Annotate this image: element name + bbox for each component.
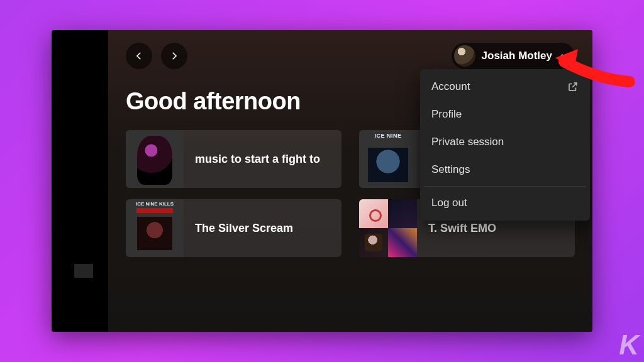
nav-back-button[interactable] — [126, 43, 152, 69]
menu-label: Profile — [431, 108, 462, 121]
menu-account[interactable]: Account — [424, 73, 586, 101]
album-art — [126, 130, 184, 188]
album-art — [359, 199, 417, 257]
menu-label: Settings — [431, 163, 470, 176]
menu-profile[interactable]: Profile — [424, 101, 586, 128]
top-bar: Josiah Motley — [126, 43, 575, 69]
app-main: Josiah Motley Good afternoon music to st… — [108, 30, 592, 332]
card-title: The Silver Scream — [184, 221, 304, 236]
user-name: Josiah Motley — [482, 50, 552, 62]
nav-forward-button[interactable] — [161, 43, 187, 69]
menu-label: Log out — [431, 197, 467, 209]
card-title: T. Swift EMO — [417, 221, 508, 236]
nav-buttons — [126, 43, 187, 69]
menu-separator — [424, 186, 586, 187]
shortcut-card[interactable]: The Silver Scream — [126, 199, 341, 257]
menu-log-out[interactable]: Log out — [424, 189, 586, 217]
album-art — [126, 199, 184, 257]
card-title: music to start a fight to — [184, 152, 331, 167]
chevron-left-icon — [133, 50, 145, 62]
user-dropdown: Account Profile Private session Settings… — [420, 69, 590, 221]
menu-label: Private session — [431, 136, 504, 148]
screenshot-frame: Josiah Motley Good afternoon music to st… — [52, 30, 592, 332]
external-link-icon — [567, 81, 579, 92]
menu-label: Account — [431, 80, 470, 93]
user-menu-button[interactable]: Josiah Motley — [452, 43, 575, 69]
avatar — [454, 45, 475, 67]
shortcut-card[interactable]: music to start a fight to — [126, 130, 341, 188]
menu-settings[interactable]: Settings — [424, 156, 586, 184]
watermark: K — [619, 329, 638, 361]
menu-private-session[interactable]: Private session — [424, 128, 586, 156]
album-art — [359, 130, 417, 188]
left-bar-artifact — [74, 264, 93, 278]
chevron-right-icon — [169, 50, 180, 62]
caret-up-icon — [558, 54, 566, 58]
